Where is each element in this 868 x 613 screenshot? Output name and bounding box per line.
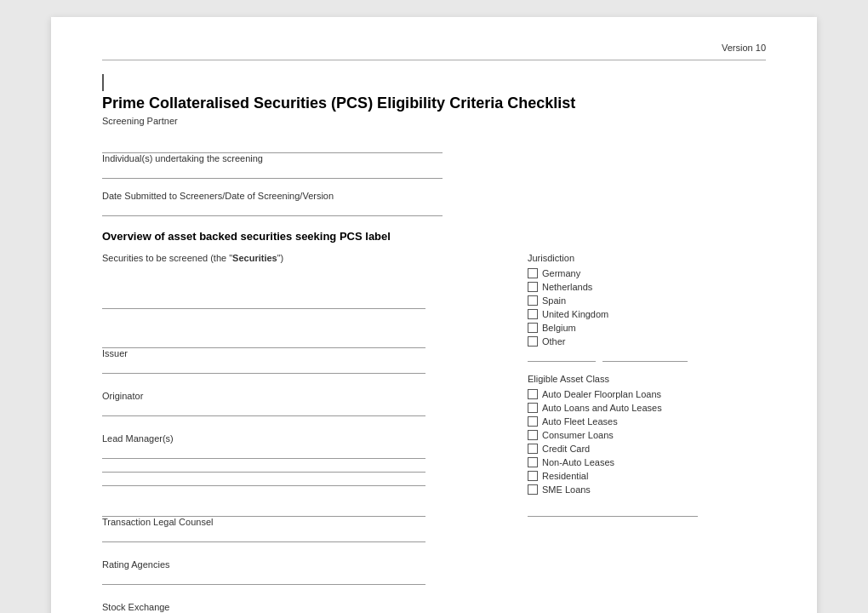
rating-agencies-line xyxy=(102,571,425,585)
asset-consumer-loans-label: Consumer Loans xyxy=(542,430,614,440)
issuer-field: Issuer xyxy=(102,335,494,374)
overview-header: Overview of asset backed securities seek… xyxy=(102,230,766,243)
checkbox-consumer-loans[interactable] xyxy=(528,430,538,440)
version-label: Version 10 xyxy=(102,43,766,53)
lead-managers-line3 xyxy=(102,473,425,486)
jurisdiction-netherlands: Netherlands xyxy=(528,282,766,292)
title-row xyxy=(102,74,766,91)
jurisdiction-germany: Germany xyxy=(528,268,766,278)
asset-auto-dealer: Auto Dealer Floorplan Loans xyxy=(528,389,766,399)
other-lines-row xyxy=(528,350,766,362)
originator-label: Originator xyxy=(102,391,494,401)
asset-credit-card: Credit Card xyxy=(528,444,766,454)
asset-sme-loans: SME Loans xyxy=(528,484,766,495)
other-line1 xyxy=(528,350,596,362)
checkbox-residential[interactable] xyxy=(528,471,538,481)
lead-managers-field: Lead Manager(s) xyxy=(102,433,494,486)
checkbox-auto-dealer[interactable] xyxy=(528,389,538,399)
lead-managers-line2 xyxy=(102,459,425,473)
left-accent-bar xyxy=(102,74,104,91)
checkbox-uk[interactable] xyxy=(528,309,538,319)
document-page: Version 10 Prime Collateralised Securiti… xyxy=(51,17,817,613)
asset-residential: Residential xyxy=(528,471,766,481)
securities-bold: Securities xyxy=(232,253,277,263)
checkbox-belgium[interactable] xyxy=(528,323,538,333)
individuals-line xyxy=(102,140,443,153)
jurisdiction-other: Other xyxy=(528,336,766,347)
stock-exchange-field: Stock Exchange xyxy=(102,602,494,613)
right-column: Jurisdiction Germany Netherlands Spain U… xyxy=(528,253,766,613)
transaction-legal-line xyxy=(102,503,425,517)
asset-sme-loans-label: SME Loans xyxy=(542,484,591,495)
date-label: Date Submitted to Screeners/Date of Scre… xyxy=(102,191,766,201)
checkbox-netherlands[interactable] xyxy=(528,282,538,292)
issuer-line xyxy=(102,335,425,348)
individuals-field: Individual(s) undertaking the screening xyxy=(102,140,766,179)
asset-auto-fleet: Auto Fleet Leases xyxy=(528,416,766,427)
jurisdiction-belgium: Belgium xyxy=(528,323,766,333)
asset-residential-label: Residential xyxy=(542,471,588,481)
eligible-asset-title: Eligible Asset Class xyxy=(528,374,766,384)
securities-field: Securities to be screened (the "Securiti… xyxy=(102,253,494,309)
rating-agencies-field: Rating Agencies xyxy=(102,559,494,585)
stock-exchange-label: Stock Exchange xyxy=(102,602,494,612)
other-line2 xyxy=(602,350,688,362)
checkbox-non-auto-leases[interactable] xyxy=(528,457,538,467)
transaction-legal-line2 xyxy=(102,529,425,542)
asset-non-auto-leases: Non-Auto Leases xyxy=(528,457,766,467)
main-content: Securities to be screened (the "Securiti… xyxy=(102,253,766,613)
checkbox-spain[interactable] xyxy=(528,295,538,306)
date-line xyxy=(102,203,443,216)
lead-managers-label: Lead Manager(s) xyxy=(102,433,494,444)
top-divider xyxy=(102,60,766,60)
issuer-line2 xyxy=(102,360,425,374)
originator-line xyxy=(102,403,425,416)
securities-label: Securities to be screened (the "Securiti… xyxy=(102,253,494,263)
issuer-label: Issuer xyxy=(102,348,494,358)
screening-partner-label: Screening Partner xyxy=(102,116,766,126)
asset-auto-loans-label: Auto Loans and Auto Leases xyxy=(542,403,662,413)
eligible-bottom-line xyxy=(528,505,698,517)
jurisdiction-uk-label: United Kingdom xyxy=(542,309,608,319)
jurisdiction-spain-label: Spain xyxy=(542,295,566,306)
main-title: Prime Collateralised Securities (PCS) El… xyxy=(102,95,766,112)
originator-field: Originator xyxy=(102,391,494,416)
date-field: Date Submitted to Screeners/Date of Scre… xyxy=(102,191,766,216)
checkbox-germany[interactable] xyxy=(528,268,538,278)
jurisdiction-spain: Spain xyxy=(528,295,766,306)
asset-auto-dealer-label: Auto Dealer Floorplan Loans xyxy=(542,389,661,399)
checkbox-sme-loans[interactable] xyxy=(528,484,538,495)
asset-auto-fleet-label: Auto Fleet Leases xyxy=(542,416,618,427)
checkbox-auto-loans[interactable] xyxy=(528,403,538,413)
asset-auto-loans: Auto Loans and Auto Leases xyxy=(528,403,766,413)
left-column: Securities to be screened (the "Securiti… xyxy=(102,253,494,613)
transaction-legal-label: Transaction Legal Counsel xyxy=(102,517,494,527)
jurisdiction-title: Jurisdiction xyxy=(528,253,766,263)
individuals-label: Individual(s) undertaking the screening xyxy=(102,153,766,163)
checkbox-auto-fleet[interactable] xyxy=(528,416,538,427)
rating-agencies-label: Rating Agencies xyxy=(102,559,494,570)
asset-non-auto-leases-label: Non-Auto Leases xyxy=(542,457,614,467)
lead-managers-line1 xyxy=(102,445,425,459)
individuals-line2 xyxy=(102,165,443,179)
jurisdiction-netherlands-label: Netherlands xyxy=(542,282,592,292)
asset-consumer-loans: Consumer Loans xyxy=(528,430,766,440)
jurisdiction-uk: United Kingdom xyxy=(528,309,766,319)
jurisdiction-belgium-label: Belgium xyxy=(542,323,576,333)
jurisdiction-other-label: Other xyxy=(542,336,566,347)
jurisdiction-germany-label: Germany xyxy=(542,268,580,278)
asset-credit-card-label: Credit Card xyxy=(542,444,590,454)
checkbox-other[interactable] xyxy=(528,336,538,347)
transaction-legal-field: Transaction Legal Counsel xyxy=(102,503,494,542)
checkbox-credit-card[interactable] xyxy=(528,444,538,454)
securities-line xyxy=(102,266,425,309)
